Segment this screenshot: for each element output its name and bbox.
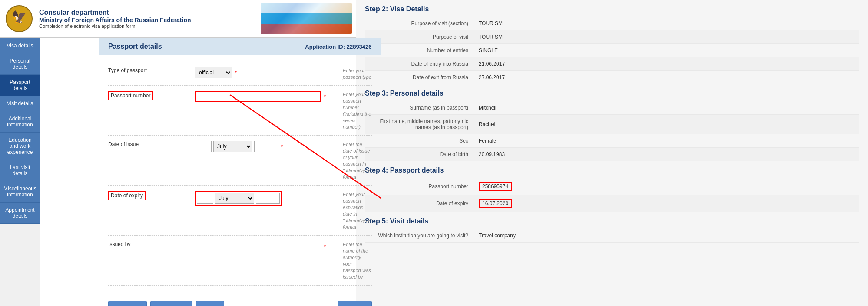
date-of-issue-field: 16 JanuaryFebruaryMarch AprilMayJune Jul… [195, 141, 283, 152]
table-row: Date of expiry 16.07.2020 [365, 195, 859, 212]
cancel-button[interactable]: Cancel [338, 301, 371, 306]
table-row: Purpose of visit TOURISM [365, 30, 859, 44]
row-label: Date of exit from Russia [365, 71, 474, 84]
row-value: 27.06.2017 [474, 71, 859, 84]
table-row: Which institution you are going to visit… [365, 229, 859, 243]
table-row: Surname (as in passport) Mitchell [365, 101, 859, 115]
date-of-expiry-field: 16 JanuaryFebruaryMarch AprilMayJune Jul… [195, 191, 282, 206]
row-label: Date of birth [365, 148, 474, 161]
dept-name: Consular department [39, 9, 261, 17]
issued-by-label: Issued by [108, 241, 130, 247]
main-content: Passport details Application ID: 2289342… [99, 38, 380, 306]
date-expiry-label-right: Date of expiry [365, 195, 474, 212]
save-draft-button[interactable]: Save draft [150, 301, 192, 306]
table-row: Sex Female [365, 134, 859, 148]
ministry-name: Ministry of Foreign Affairs of the Russi… [39, 17, 261, 23]
row-label: Purpose of visit [365, 30, 474, 44]
row-value: Rachel [474, 115, 859, 134]
table-row: Number of entries SINGLE [365, 44, 859, 57]
passport-number-label: Passport number [108, 91, 153, 100]
required-marker: * [324, 93, 326, 100]
issue-day-input[interactable]: 16 [195, 141, 212, 152]
issued-by-hint: Enter the name of the authority your pas… [343, 242, 371, 279]
date-of-issue-label: Date of issue [108, 141, 139, 147]
header-text: Consular department Ministry of Foreign … [39, 9, 261, 29]
passport-number-input[interactable]: 258695974 [195, 91, 321, 102]
expiry-year-input[interactable]: 2020 [256, 193, 280, 204]
passport-type-row: Type of passport official regular diplom… [108, 62, 371, 86]
row-value: SINGLE [474, 44, 859, 57]
passport-number-label-right: Passport number [365, 178, 474, 195]
row-label: Sex [365, 134, 474, 148]
row-label: Which institution you are going to visit… [365, 229, 474, 243]
required-marker: * [324, 243, 326, 250]
step5-section: Step 5: Visit details Which institution … [365, 212, 859, 243]
header-subtitle: Completion of electronic visa applicatio… [39, 23, 261, 29]
row-value: Female [474, 134, 859, 148]
row-label: Purpose of visit (section) [365, 17, 474, 30]
sidebar-item-misc[interactable]: Miscellaneous information [0, 181, 40, 203]
passport-number-highlighted: 258695974 [479, 182, 512, 191]
logo: 🦅 [4, 3, 34, 34]
date-of-expiry-label: Date of expiry [108, 191, 146, 200]
sidebar-item-passport[interactable]: Passport details [0, 75, 40, 96]
button-row: Previous Save draft Next Cancel [99, 292, 380, 306]
passport-type-label: Type of passport [108, 67, 147, 73]
table-row: Purpose of visit (section) TOURISM [365, 17, 859, 30]
step3-section: Step 3: Personal details Surname (as in … [365, 84, 859, 161]
page-title: Passport details [108, 43, 162, 50]
table-row: Date of birth 20.09.1983 [365, 148, 859, 161]
page-header: 🦅 Consular department Ministry of Foreig… [0, 0, 356, 38]
row-value: 21.06.2017 [474, 57, 859, 71]
sidebar-item-appointment[interactable]: Appointment details [0, 203, 40, 224]
required-marker: * [235, 70, 237, 76]
step5-table: Which institution you are going to visit… [365, 229, 859, 243]
expiry-month-select[interactable]: JanuaryFebruaryMarch AprilMayJune JulyAu… [215, 193, 254, 204]
issue-month-select[interactable]: JanuaryFebruaryMarch AprilMayJune JulyAu… [213, 141, 252, 152]
step2-section: Step 2: Visa Details Purpose of visit (s… [365, 0, 859, 84]
row-value: TOURISM [474, 30, 859, 44]
next-button[interactable]: Next [196, 301, 224, 306]
header-image [261, 3, 352, 34]
content-header: Passport details Application ID: 2289342… [99, 38, 380, 55]
issue-year-input[interactable]: 2010 [254, 141, 278, 152]
row-label: Surname (as in passport) [365, 101, 474, 115]
issued-by-row: Issued by IPS * Enter the name of the au… [108, 236, 371, 286]
passport-number-row: Passport number 258695974 * Enter your p… [108, 86, 371, 136]
date-of-issue-row: Date of issue 16 JanuaryFebruaryMarch Ap… [108, 136, 371, 186]
sidebar-item-last-visit[interactable]: Last visit details [0, 160, 40, 181]
form-area: Type of passport official regular diplom… [99, 55, 380, 292]
previous-button[interactable]: Previous [108, 301, 147, 306]
date-of-expiry-row: Date of expiry 16 JanuaryFebruaryMarch A… [108, 186, 371, 236]
date-of-expiry-hint: Enter your passport expiration date in "… [343, 192, 371, 230]
required-marker: * [281, 143, 283, 150]
step4-section: Step 4: Passport details Passport number… [365, 161, 859, 212]
table-row: Passport number 258695974 [365, 178, 859, 195]
step4-table: Passport number 258695974 Date of expiry… [365, 178, 859, 212]
row-value: TOURISM [474, 17, 859, 30]
step4-title: Step 4: Passport details [365, 161, 859, 178]
expiry-day-input[interactable]: 16 [197, 193, 213, 204]
date-expiry-highlighted: 16.07.2020 [479, 199, 512, 208]
date-expiry-value-right: 16.07.2020 [474, 195, 859, 212]
svg-text:🦅: 🦅 [12, 10, 27, 24]
passport-type-select[interactable]: official regular diplomatic service [195, 67, 232, 78]
row-value: Mitchell [474, 101, 859, 115]
passport-number-value-right: 258695974 [474, 178, 859, 195]
step2-table: Purpose of visit (section) TOURISM Purpo… [365, 17, 859, 84]
row-label: Date of entry into Russia [365, 57, 474, 71]
application-id: Application ID: 22893426 [305, 43, 371, 50]
step5-title: Step 5: Visit details [365, 212, 859, 229]
passport-number-hint: Enter your passport number (including th… [343, 92, 371, 130]
step3-table: Surname (as in passport) Mitchell First … [365, 101, 859, 161]
right-panel: Step 2: Visa Details Purpose of visit (s… [356, 0, 868, 306]
sidebar-item-additional[interactable]: Additional information [0, 111, 40, 133]
table-row: Date of entry into Russia 21.06.2017 [365, 57, 859, 71]
issued-by-input[interactable]: IPS [195, 241, 321, 252]
row-value: 20.09.1983 [474, 148, 859, 161]
sidebar-item-personal[interactable]: Personal details [0, 53, 40, 75]
sidebar-item-visa[interactable]: Visa details [0, 38, 40, 53]
sidebar-item-education[interactable]: Education and work experience [0, 133, 40, 160]
sidebar-item-visit[interactable]: Visit details [0, 96, 40, 111]
row-label: First name, middle names, patronymic nam… [365, 115, 474, 134]
